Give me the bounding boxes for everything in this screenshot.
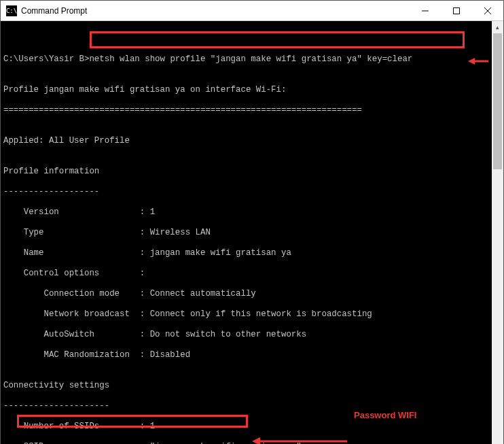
command-prompt-window: C:\ Command Prompt C:\Users\Yasir B>nets…	[0, 0, 504, 444]
minimize-button[interactable]	[410, 1, 441, 21]
profile-name: Name : jangan make wifi gratisan ya	[3, 248, 488, 258]
profile-control-options: Control options :	[3, 269, 488, 279]
window-title: Command Prompt	[21, 6, 410, 16]
profile-autoswitch: AutoSwitch : Do not switch to other netw…	[3, 330, 488, 340]
profile-network-broadcast: Network broadcast : Connect only if this…	[3, 309, 488, 320]
profile-version: Version : 1	[3, 207, 488, 218]
separator-line: ========================================…	[3, 105, 488, 116]
annotation-password-wifi: Password WIFI	[354, 410, 416, 420]
svg-rect-1	[454, 7, 460, 14]
profile-type: Type : Wireless LAN	[3, 228, 488, 238]
vertical-scrollbar[interactable]: ▴ ▾	[492, 21, 503, 444]
terminal-output[interactable]: C:\Users\Yasir B>netsh wlan show profile…	[1, 21, 492, 444]
interface-line: Profile jangan make wifi gratisan ya on …	[3, 85, 488, 95]
scroll-up-button[interactable]: ▴	[492, 21, 503, 33]
prompt-line: C:\Users\Yasir B>netsh wlan show profile…	[3, 54, 488, 65]
titlebar[interactable]: C:\ Command Prompt	[1, 1, 503, 21]
section-sep: ---------------------	[3, 401, 488, 411]
maximize-button[interactable]	[441, 1, 472, 21]
blank-line	[3, 34, 488, 44]
prompt-prefix: C:\Users\Yasir B>	[3, 54, 89, 64]
section-header: Profile information	[3, 167, 488, 177]
section-sep: -------------------	[3, 187, 488, 197]
conn-ssids: Number of SSIDs : 1	[3, 422, 488, 432]
section-header: Connectivity settings	[3, 381, 488, 391]
applied-line: Applied: All User Profile	[3, 136, 488, 146]
profile-connection-mode: Connection mode : Connect automatically	[3, 289, 488, 299]
close-button[interactable]	[472, 1, 503, 21]
command-text: netsh wlan show profile "jangan make wif…	[89, 54, 412, 64]
window-controls	[410, 1, 503, 21]
scroll-thumb[interactable]	[493, 33, 502, 169]
app-icon: C:\	[6, 5, 17, 16]
terminal-area: C:\Users\Yasir B>netsh wlan show profile…	[1, 21, 503, 444]
profile-mac-randomization: MAC Randomization : Disabled	[3, 350, 488, 360]
